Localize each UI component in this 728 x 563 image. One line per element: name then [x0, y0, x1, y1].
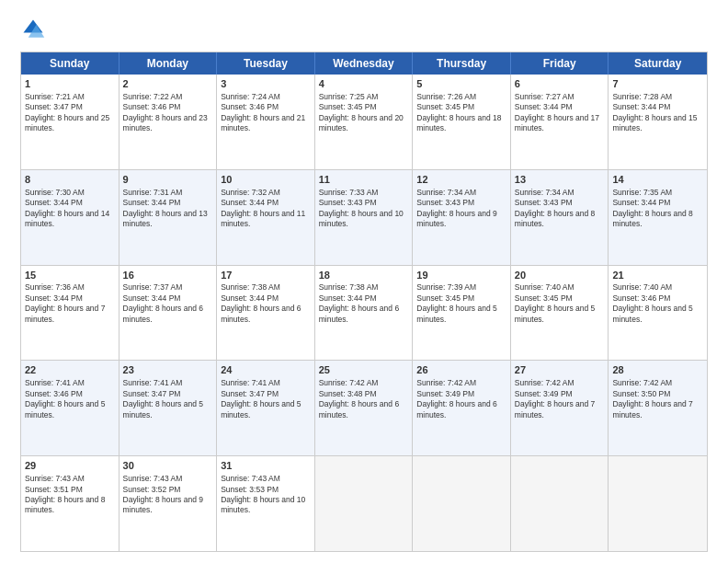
cal-cell: 13Sunrise: 7:34 AMSunset: 3:43 PMDayligh… — [511, 170, 609, 265]
header — [20, 17, 708, 42]
day-number: 16 — [123, 269, 213, 282]
daylight: Daylight: 8 hours and 18 minutes. — [416, 113, 501, 132]
sunset: Sunset: 3:49 PM — [515, 389, 573, 398]
day-number: 6 — [515, 77, 605, 91]
daylight: Daylight: 8 hours and 6 minutes. — [319, 304, 399, 323]
sunset: Sunset: 3:49 PM — [416, 389, 474, 398]
page: SundayMondayTuesdayWednesdayThursdayFrid… — [0, 0, 728, 563]
day-number: 4 — [319, 77, 409, 91]
cal-cell: 12Sunrise: 7:34 AMSunset: 3:43 PMDayligh… — [413, 170, 511, 265]
sunset: Sunset: 3:43 PM — [416, 198, 474, 207]
sunrise: Sunrise: 7:41 AM — [25, 378, 85, 387]
daylight: Daylight: 8 hours and 9 minutes. — [123, 495, 203, 514]
daylight: Daylight: 8 hours and 7 minutes. — [515, 399, 595, 419]
sunrise: Sunrise: 7:37 AM — [123, 282, 183, 292]
logo — [20, 17, 50, 42]
sunrise: Sunrise: 7:41 AM — [123, 378, 183, 387]
cal-cell: 23Sunrise: 7:41 AMSunset: 3:47 PMDayligh… — [119, 361, 218, 455]
calendar-body: 1Sunrise: 7:21 AMSunset: 3:47 PMDaylight… — [21, 75, 707, 551]
sunrise: Sunrise: 7:30 AM — [25, 188, 85, 197]
daylight: Daylight: 8 hours and 23 minutes. — [123, 113, 208, 132]
cal-cell — [413, 456, 511, 551]
sunset: Sunset: 3:46 PM — [123, 102, 181, 111]
daylight: Daylight: 8 hours and 13 minutes. — [123, 209, 208, 228]
cal-cell: 1Sunrise: 7:21 AMSunset: 3:47 PMDaylight… — [21, 75, 119, 169]
day-number: 28 — [612, 363, 703, 377]
cal-cell: 7Sunrise: 7:28 AMSunset: 3:44 PMDaylight… — [609, 75, 707, 169]
sunset: Sunset: 3:44 PM — [123, 198, 181, 207]
header-day-sunday: Sunday — [21, 52, 119, 75]
header-day-wednesday: Wednesday — [315, 52, 414, 75]
cal-cell: 30Sunrise: 7:43 AMSunset: 3:52 PMDayligh… — [119, 456, 218, 551]
sunset: Sunset: 3:44 PM — [25, 198, 83, 207]
sunset: Sunset: 3:44 PM — [221, 293, 279, 303]
cal-cell: 28Sunrise: 7:42 AMSunset: 3:50 PMDayligh… — [609, 361, 707, 455]
day-number: 29 — [25, 459, 115, 473]
cal-cell: 31Sunrise: 7:43 AMSunset: 3:53 PMDayligh… — [217, 456, 315, 551]
day-number: 27 — [515, 363, 605, 377]
cal-cell: 20Sunrise: 7:40 AMSunset: 3:45 PMDayligh… — [511, 266, 609, 361]
daylight: Daylight: 8 hours and 11 minutes. — [221, 209, 305, 228]
sunrise: Sunrise: 7:31 AM — [123, 188, 183, 197]
daylight: Daylight: 8 hours and 5 minutes. — [123, 399, 203, 419]
sunset: Sunset: 3:46 PM — [25, 389, 83, 398]
sunset: Sunset: 3:45 PM — [319, 102, 377, 111]
sunset: Sunset: 3:45 PM — [416, 102, 474, 111]
daylight: Daylight: 8 hours and 5 minutes. — [221, 399, 301, 419]
daylight: Daylight: 8 hours and 25 minutes. — [25, 113, 109, 132]
cal-cell: 9Sunrise: 7:31 AMSunset: 3:44 PMDaylight… — [119, 170, 218, 265]
sunset: Sunset: 3:44 PM — [319, 293, 377, 303]
sunset: Sunset: 3:47 PM — [123, 389, 181, 398]
cal-cell: 22Sunrise: 7:41 AMSunset: 3:46 PMDayligh… — [21, 361, 119, 455]
daylight: Daylight: 8 hours and 8 minutes. — [612, 209, 692, 228]
cal-cell: 2Sunrise: 7:22 AMSunset: 3:46 PMDaylight… — [119, 75, 218, 169]
day-number: 10 — [221, 173, 311, 187]
day-number: 13 — [515, 173, 605, 187]
day-number: 23 — [123, 363, 213, 377]
daylight: Daylight: 8 hours and 10 minutes. — [221, 495, 305, 514]
daylight: Daylight: 8 hours and 7 minutes. — [612, 399, 692, 419]
week-row-2: 8Sunrise: 7:30 AMSunset: 3:44 PMDaylight… — [21, 170, 707, 266]
day-number: 21 — [612, 269, 703, 282]
sunrise: Sunrise: 7:28 AM — [612, 92, 672, 101]
cal-cell: 5Sunrise: 7:26 AMSunset: 3:45 PMDaylight… — [413, 75, 511, 169]
sunrise: Sunrise: 7:21 AM — [25, 92, 85, 101]
day-number: 2 — [123, 77, 213, 91]
header-day-tuesday: Tuesday — [217, 52, 315, 75]
sunrise: Sunrise: 7:38 AM — [319, 282, 379, 292]
day-number: 8 — [25, 173, 115, 187]
day-number: 9 — [123, 173, 213, 187]
cal-cell: 19Sunrise: 7:39 AMSunset: 3:45 PMDayligh… — [413, 266, 511, 361]
daylight: Daylight: 8 hours and 5 minutes. — [416, 304, 496, 323]
daylight: Daylight: 8 hours and 21 minutes. — [221, 113, 305, 132]
sunrise: Sunrise: 7:42 AM — [612, 378, 672, 387]
header-day-saturday: Saturday — [609, 52, 707, 75]
day-number: 12 — [416, 173, 506, 187]
day-number: 22 — [25, 363, 115, 377]
sunset: Sunset: 3:52 PM — [123, 485, 181, 494]
sunrise: Sunrise: 7:36 AM — [25, 282, 85, 292]
cal-cell: 24Sunrise: 7:41 AMSunset: 3:47 PMDayligh… — [217, 361, 315, 455]
cal-cell — [511, 456, 609, 551]
sunrise: Sunrise: 7:25 AM — [319, 92, 379, 101]
sunrise: Sunrise: 7:41 AM — [221, 378, 280, 387]
sunrise: Sunrise: 7:43 AM — [25, 474, 85, 483]
sunset: Sunset: 3:48 PM — [319, 389, 377, 398]
cal-cell: 18Sunrise: 7:38 AMSunset: 3:44 PMDayligh… — [315, 266, 414, 361]
cal-cell: 4Sunrise: 7:25 AMSunset: 3:45 PMDaylight… — [315, 75, 414, 169]
sunset: Sunset: 3:46 PM — [221, 102, 279, 111]
daylight: Daylight: 8 hours and 8 minutes. — [25, 495, 105, 514]
cal-cell — [609, 456, 707, 551]
day-number: 15 — [25, 269, 115, 282]
day-number: 26 — [416, 363, 506, 377]
sunrise: Sunrise: 7:40 AM — [612, 282, 672, 292]
day-number: 17 — [221, 269, 311, 282]
cal-cell: 21Sunrise: 7:40 AMSunset: 3:46 PMDayligh… — [609, 266, 707, 361]
cal-cell: 16Sunrise: 7:37 AMSunset: 3:44 PMDayligh… — [119, 266, 218, 361]
daylight: Daylight: 8 hours and 5 minutes. — [25, 399, 105, 419]
sunset: Sunset: 3:44 PM — [612, 198, 670, 207]
daylight: Daylight: 8 hours and 17 minutes. — [515, 113, 599, 132]
daylight: Daylight: 8 hours and 15 minutes. — [612, 113, 697, 132]
header-day-thursday: Thursday — [413, 52, 511, 75]
cal-cell: 3Sunrise: 7:24 AMSunset: 3:46 PMDaylight… — [217, 75, 315, 169]
